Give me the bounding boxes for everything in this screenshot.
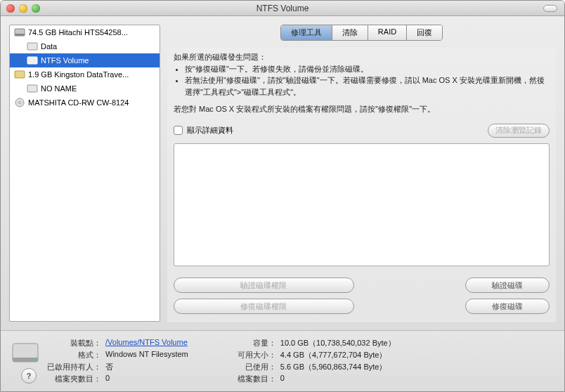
tab-bar: 修理工具 清除 RAID 回復 — [167, 25, 556, 41]
info-label: 容量： — [238, 338, 276, 348]
sidebar-item-label: Data — [41, 42, 57, 51]
info-value: 否 — [105, 362, 188, 372]
instructions: 如果所選的磁碟發生問題： 按"修復磁碟"一下。若修復失敗，請備份並清除磁碟。 若… — [174, 51, 550, 115]
svg-rect-2 — [27, 43, 37, 50]
info-value: 10.0 GB（10,738,540,032 Byte） — [280, 338, 396, 348]
info-label: 檔案數目： — [238, 374, 276, 384]
info-label: 裝載點： — [47, 338, 101, 348]
instructions-bullet: 按"修復磁碟"一下。若修復失敗，請備份並清除磁碟。 — [185, 63, 550, 75]
external-disk-icon — [14, 69, 25, 80]
sidebar-item-volume-ntfs[interactable]: NTFS Volume — [10, 53, 160, 67]
show-details-checkbox[interactable] — [174, 126, 183, 135]
svg-rect-1 — [15, 34, 25, 36]
info-value: Windows NT Filesystem — [105, 350, 188, 360]
info-footer: 裝載點： /Volumes/NTFS Volume 格式： Windows NT… — [1, 330, 564, 391]
svg-rect-5 — [27, 85, 37, 92]
toolbar-pill-icon[interactable] — [543, 5, 557, 12]
instructions-bullet: 若無法使用"修復磁碟"，請按"驗證磁碟"一下。若磁碟需要修復，請以 Mac OS… — [185, 74, 550, 98]
tab-erase[interactable]: 清除 — [332, 25, 368, 40]
sidebar-item-label: NO NAME — [41, 84, 77, 93]
mount-point-link[interactable]: /Volumes/NTFS Volume — [105, 338, 188, 348]
sidebar-item-label: 1.9 GB Kingston DataTrave... — [28, 70, 129, 79]
verify-permissions-button[interactable]: 驗證磁碟權限 — [174, 277, 354, 293]
tab-restore[interactable]: 回復 — [407, 25, 442, 40]
disk-large-icon — [11, 338, 40, 367]
optical-disc-icon — [14, 97, 25, 108]
sidebar-item-disk-kingston[interactable]: 1.9 GB Kingston DataTrave... — [10, 67, 160, 81]
sidebar-item-optical[interactable]: MATSHITA CD-RW CW-8124 — [10, 96, 160, 110]
info-value: 0 — [105, 374, 188, 384]
repair-permissions-button[interactable]: 修復磁碟權限 — [174, 299, 354, 314]
window-title: NTFS Volume — [1, 4, 564, 13]
sidebar-item-volume-noname[interactable]: NO NAME — [10, 81, 160, 96]
info-label: 已使用： — [238, 362, 276, 372]
info-label: 檔案夾數目： — [47, 374, 101, 384]
first-aid-panel: 如果所選的磁碟發生問題： 按"修復磁碟"一下。若修復失敗，請備份並清除磁碟。 若… — [167, 46, 556, 322]
tab-raid[interactable]: RAID — [368, 25, 407, 40]
info-left: 裝載點： /Volumes/NTFS Volume 格式： Windows NT… — [47, 338, 188, 384]
svg-rect-4 — [15, 71, 25, 78]
svg-point-7 — [19, 102, 21, 104]
log-output — [174, 143, 550, 267]
svg-point-10 — [34, 359, 36, 361]
sidebar-item-label: NTFS Volume — [41, 56, 89, 65]
sidebar-item-volume-data[interactable]: Data — [10, 39, 160, 53]
instructions-heading: 如果所選的磁碟發生問題： — [174, 51, 550, 63]
volume-icon — [27, 83, 38, 94]
info-value: 0 — [280, 374, 396, 384]
disk-utility-window: NTFS Volume 74.5 GB Hitachi HTS54258... … — [0, 0, 565, 392]
info-label: 格式： — [47, 350, 101, 360]
device-sidebar: 74.5 GB Hitachi HTS54258... Data NTFS Vo… — [9, 25, 160, 322]
help-button[interactable]: ? — [21, 368, 37, 384]
volume-icon — [27, 55, 38, 66]
sidebar-item-disk-hitachi[interactable]: 74.5 GB Hitachi HTS54258... — [10, 25, 160, 39]
show-details-label: 顯示詳細資料 — [187, 125, 233, 136]
instructions-note: 若您對 Mac OS X 安裝程式所安裝的檔案有權限問題，請按"修復權限"一下。 — [174, 103, 550, 115]
svg-rect-3 — [27, 57, 37, 64]
titlebar: NTFS Volume — [1, 1, 564, 16]
sidebar-item-label: 74.5 GB Hitachi HTS54258... — [28, 28, 128, 37]
internal-disk-icon — [14, 27, 25, 38]
info-label: 已啟用持有人： — [47, 362, 101, 372]
repair-disk-button[interactable]: 修復磁碟 — [465, 299, 550, 314]
clear-history-button[interactable]: 清除瀏覽記錄 — [488, 124, 550, 138]
tab-first-aid[interactable]: 修理工具 — [281, 25, 332, 40]
sidebar-item-label: MATSHITA CD-RW CW-8124 — [28, 98, 129, 107]
info-right: 容量： 10.0 GB（10,738,540,032 Byte） 可用大小： 4… — [238, 338, 396, 384]
info-value: 5.6 GB（5,960,863,744 Byte） — [280, 362, 396, 372]
verify-disk-button[interactable]: 驗證磁碟 — [465, 277, 550, 293]
volume-icon — [27, 41, 38, 52]
info-label: 可用大小： — [238, 350, 276, 360]
info-value: 4.4 GB（4,777,672,704 Byte） — [280, 350, 396, 360]
